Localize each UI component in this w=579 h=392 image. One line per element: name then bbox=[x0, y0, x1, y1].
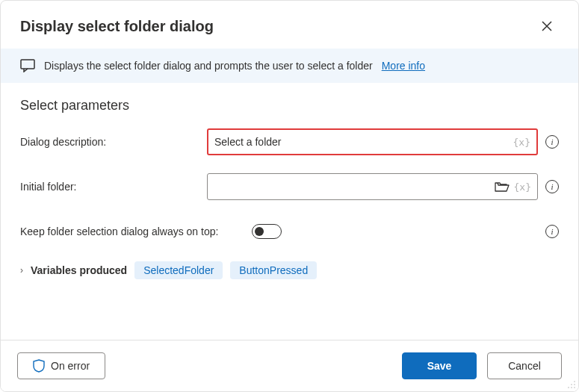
close-button[interactable] bbox=[535, 14, 559, 38]
comment-icon bbox=[20, 59, 35, 72]
variable-chip[interactable]: SelectedFolder bbox=[134, 261, 223, 279]
save-button[interactable]: Save bbox=[402, 352, 477, 379]
info-icon[interactable]: i bbox=[545, 180, 559, 193]
variable-picker-icon[interactable]: {x} bbox=[513, 137, 530, 148]
variable-chip[interactable]: ButtonPressed bbox=[230, 261, 317, 279]
keep-on-top-toggle[interactable] bbox=[252, 224, 282, 239]
svg-rect-0 bbox=[21, 60, 34, 69]
dialog-description-label: Dialog description: bbox=[20, 136, 207, 148]
folder-open-icon[interactable] bbox=[495, 181, 510, 193]
section-title: Select parameters bbox=[20, 98, 559, 113]
dialog-description-input[interactable]: Select a folder {x} bbox=[207, 128, 538, 155]
info-icon[interactable]: i bbox=[545, 135, 559, 149]
keep-on-top-label: Keep folder selection dialog always on t… bbox=[20, 225, 252, 237]
dialog-description-value: Select a folder bbox=[214, 136, 513, 148]
dialog-title: Display select folder dialog bbox=[20, 18, 214, 35]
on-error-button[interactable]: On error bbox=[17, 352, 105, 379]
initial-folder-label: Initial folder: bbox=[20, 181, 207, 193]
description-bar: Displays the select folder dialog and pr… bbox=[1, 49, 578, 83]
chevron-right-icon[interactable]: › bbox=[20, 265, 23, 276]
more-info-link[interactable]: More info bbox=[382, 60, 425, 72]
save-label: Save bbox=[427, 360, 452, 372]
info-icon[interactable]: i bbox=[545, 225, 559, 238]
initial-folder-input[interactable]: {x} bbox=[207, 173, 538, 200]
shield-icon bbox=[33, 359, 45, 373]
variable-picker-icon[interactable]: {x} bbox=[514, 181, 531, 193]
cancel-button[interactable]: Cancel bbox=[487, 352, 562, 379]
cancel-label: Cancel bbox=[508, 360, 541, 372]
close-icon bbox=[542, 21, 552, 31]
description-text: Displays the select folder dialog and pr… bbox=[44, 60, 373, 72]
on-error-label: On error bbox=[51, 360, 90, 372]
variables-produced-label[interactable]: Variables produced bbox=[31, 264, 127, 276]
